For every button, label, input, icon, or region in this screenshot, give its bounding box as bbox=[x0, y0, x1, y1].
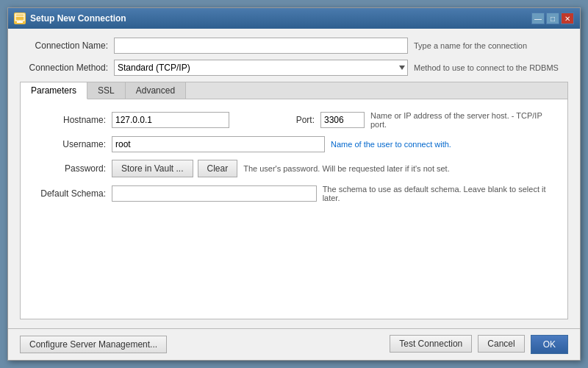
main-content: Connection Name: Type a name for the con… bbox=[8, 29, 580, 328]
connection-method-label: Connection Method: bbox=[20, 63, 108, 73]
svg-rect-2 bbox=[17, 21, 23, 23]
username-label: Username: bbox=[32, 139, 106, 149]
close-button[interactable]: ✕ bbox=[561, 13, 574, 24]
tab-advanced[interactable]: Advanced bbox=[126, 82, 186, 99]
tab-content-parameters: Hostname: Port: Name or IP address of th… bbox=[21, 99, 567, 319]
window-icon bbox=[14, 13, 26, 24]
svg-rect-0 bbox=[15, 14, 24, 21]
connection-method-row: Connection Method: Standard (TCP/IP) Met… bbox=[20, 60, 568, 76]
maximize-button[interactable]: □ bbox=[546, 13, 559, 24]
username-input[interactable] bbox=[112, 136, 325, 152]
cancel-button[interactable]: Cancel bbox=[478, 335, 524, 353]
tabs-header: Parameters SSL Advanced bbox=[21, 82, 567, 99]
titlebar-left: Setup New Connection bbox=[14, 13, 126, 24]
minimize-button[interactable]: — bbox=[531, 13, 545, 24]
window-title: Setup New Connection bbox=[30, 13, 126, 24]
connection-name-label: Connection Name: bbox=[20, 40, 108, 51]
schema-hint: The schema to use as default schema. Lea… bbox=[323, 185, 556, 202]
username-hint: Name of the user to connect with. bbox=[331, 140, 451, 149]
tabs-container: Parameters SSL Advanced Hostname: Port: … bbox=[20, 82, 568, 319]
store-vault-button[interactable]: Store in Vault ... bbox=[112, 160, 193, 177]
port-input[interactable] bbox=[320, 112, 365, 128]
schema-row: Default Schema: The schema to use as def… bbox=[32, 185, 556, 202]
bottom-left: Configure Server Management... bbox=[20, 336, 167, 353]
hostname-label: Hostname: bbox=[32, 115, 106, 125]
schema-input[interactable] bbox=[112, 185, 317, 202]
tab-parameters[interactable]: Parameters bbox=[21, 82, 87, 99]
test-connection-button[interactable]: Test Connection bbox=[390, 335, 472, 353]
connection-method-select[interactable]: Standard (TCP/IP) bbox=[114, 60, 408, 76]
connection-method-wrapper: Standard (TCP/IP) bbox=[114, 60, 408, 76]
bottom-right: Test Connection Cancel OK bbox=[390, 335, 568, 354]
titlebar-controls: — □ ✕ bbox=[531, 13, 574, 24]
hostname-row: Hostname: Port: Name or IP address of th… bbox=[32, 111, 556, 129]
connection-method-hint: Method to use to connect to the RDBMS bbox=[414, 63, 559, 72]
connection-name-row: Connection Name: Type a name for the con… bbox=[20, 38, 568, 54]
main-window: Setup New Connection — □ ✕ Connection Na… bbox=[7, 7, 581, 361]
connection-name-input[interactable] bbox=[114, 38, 408, 54]
tab-ssl[interactable]: SSL bbox=[87, 82, 126, 99]
bottom-bar: Configure Server Management... Test Conn… bbox=[8, 328, 580, 360]
configure-server-button[interactable]: Configure Server Management... bbox=[20, 336, 167, 353]
password-row: Password: Store in Vault ... Clear The u… bbox=[32, 160, 556, 177]
connection-name-hint: Type a name for the connection bbox=[414, 41, 527, 50]
password-hint: The user's password. Will be requested l… bbox=[243, 164, 450, 173]
hostname-input[interactable] bbox=[112, 112, 229, 128]
password-buttons: Store in Vault ... Clear bbox=[112, 160, 237, 177]
schema-label: Default Schema: bbox=[32, 188, 106, 199]
clear-password-button[interactable]: Clear bbox=[198, 160, 238, 177]
port-label: Port: bbox=[241, 115, 315, 125]
ok-button[interactable]: OK bbox=[531, 335, 568, 354]
password-label: Password: bbox=[32, 163, 106, 174]
username-row: Username: Name of the user to connect wi… bbox=[32, 136, 556, 152]
hostname-hint: Name or IP address of the server host. -… bbox=[370, 111, 556, 129]
titlebar: Setup New Connection — □ ✕ bbox=[8, 8, 580, 29]
params-grid: Hostname: Port: Name or IP address of th… bbox=[32, 111, 556, 202]
